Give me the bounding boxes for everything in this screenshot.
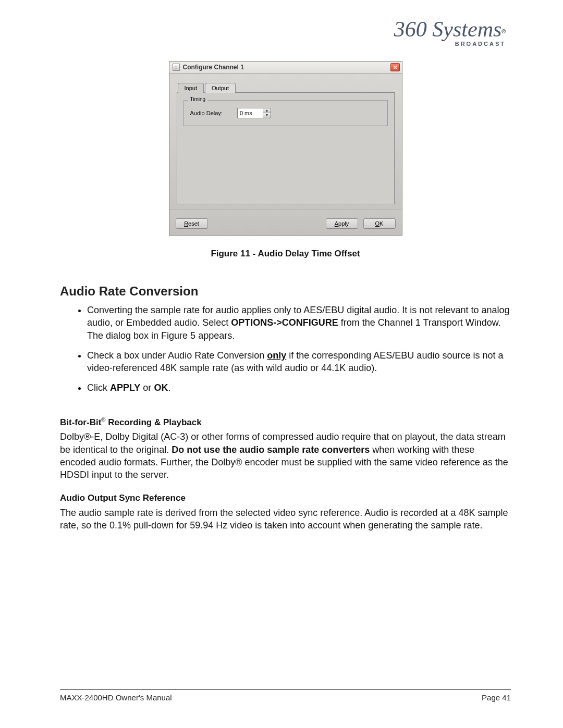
paragraph-bit-for-bit: Dolby®-E, Dolby Digital (AC-3) or other … <box>60 430 511 481</box>
tab-panel-output: Timing Audio Delay: ▲ ▼ <box>177 92 395 204</box>
sub-heading-audio-output-sync: Audio Output Sync Reference <box>60 493 511 503</box>
tab-output[interactable]: Output <box>205 83 236 93</box>
logo-subtext: BROADCAST <box>455 41 506 47</box>
spinner-up-icon[interactable]: ▲ <box>263 108 271 113</box>
spinner-buttons: ▲ ▼ <box>263 108 271 118</box>
timing-fieldset: Timing Audio Delay: ▲ ▼ <box>183 100 388 126</box>
audio-delay-spinner[interactable]: ▲ ▼ <box>237 108 271 118</box>
page: 360 Systems® BROADCAST □ Configure Chann… <box>0 0 563 728</box>
apply-button[interactable]: Apply <box>326 218 358 229</box>
dialog-body: Input Output Timing Audio Delay: ▲ ▼ <box>169 73 402 209</box>
dialog-tabs: Input Output <box>177 83 395 93</box>
timing-legend: Timing <box>188 96 208 102</box>
paragraph-audio-output-sync: The audio sample rate is derived from th… <box>60 507 511 532</box>
sub-heading-bit-for-bit: Bit-for-Bit® Recording & Playback <box>60 416 511 428</box>
configure-channel-dialog: □ Configure Channel 1 ✕ Input Output Tim… <box>169 61 402 236</box>
audio-delay-row: Audio Delay: ▲ ▼ <box>190 108 381 118</box>
spinner-down-icon[interactable]: ▼ <box>263 113 271 118</box>
list-item: Converting the sample rate for audio app… <box>87 304 511 342</box>
dialog-footer: Reset Apply OK <box>169 209 402 235</box>
list-item: Click APPLY or OK. <box>87 381 511 394</box>
ok-button[interactable]: OK <box>363 218 396 229</box>
tab-input[interactable]: Input <box>178 83 204 93</box>
brand-logo: 360 Systems® BROADCAST <box>60 21 511 48</box>
body-bullet-list: Converting the sample rate for audio app… <box>60 304 511 402</box>
logo-registered: ® <box>501 29 506 34</box>
dialog-title: Configure Channel 1 <box>183 64 390 71</box>
close-icon[interactable]: ✕ <box>390 63 400 71</box>
dialog-titlebar: □ Configure Channel 1 ✕ <box>169 61 402 73</box>
figure-caption: Figure 11 - Audio Delay Time Offset <box>60 249 511 259</box>
footer-left: MAXX-2400HD Owner's Manual <box>60 693 172 702</box>
dialog-figure: □ Configure Channel 1 ✕ Input Output Tim… <box>60 61 511 236</box>
audio-delay-label: Audio Delay: <box>190 110 223 116</box>
list-item: Check a box under Audio Rate Conversion … <box>87 349 511 375</box>
logo-script-text: 360 Systems <box>394 17 501 41</box>
audio-delay-input[interactable] <box>238 108 263 118</box>
page-footer: MAXX-2400HD Owner's Manual Page 41 <box>60 690 511 702</box>
reset-button[interactable]: Reset <box>176 218 208 229</box>
section-title: Audio Rate Conversion <box>60 284 511 299</box>
footer-right: Page 41 <box>482 693 511 702</box>
window-icon: □ <box>173 64 180 71</box>
